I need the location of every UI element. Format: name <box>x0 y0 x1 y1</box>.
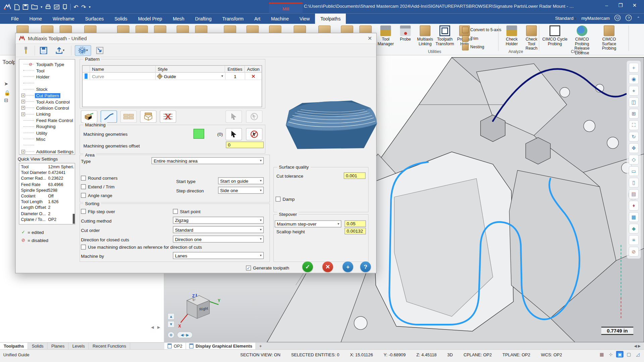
doc-tab-op2[interactable]: OP2 <box>164 343 186 349</box>
step-down-icon[interactable]: ▼ <box>168 321 175 328</box>
geometry-color-swatch[interactable] <box>194 129 204 138</box>
doc-tab-scroll[interactable]: ◀ ▶ <box>634 343 644 349</box>
tab-model-prep[interactable]: Model Prep <box>132 13 167 24</box>
add-curve-pattern-button[interactable] <box>101 110 117 123</box>
gnomon-toggle-icon[interactable]: ⊹ <box>607 351 614 358</box>
expander-icon[interactable]: + <box>21 149 25 153</box>
expander-icon[interactable]: + <box>21 106 25 110</box>
status-item[interactable]: TPLANE: OP2 <box>502 352 530 357</box>
flip-step-over-checkbox[interactable]: Flip step over <box>81 209 115 214</box>
status-item[interactable]: Y: -0.68909 <box>384 352 406 357</box>
panel-tab[interactable]: Levels <box>69 343 89 349</box>
ribbon-button[interactable]: CIMCO CycleProbing <box>542 24 568 46</box>
max-stepover-combo[interactable]: Maximum step-over▾ <box>275 221 341 228</box>
tab-mesh[interactable]: Mesh <box>167 13 190 24</box>
levels-icon[interactable]: ≡ <box>629 235 639 245</box>
export-dropdown-icon[interactable]: ▾ <box>63 48 64 52</box>
pan-view-icon[interactable]: ✥ <box>629 143 639 153</box>
expander-icon[interactable]: + <box>21 94 25 97</box>
customize-quick-access-icon[interactable]: ▾ <box>89 5 91 9</box>
tab-solids[interactable]: Solids <box>109 13 132 24</box>
open-dropdown-icon[interactable]: ▾ <box>41 5 42 9</box>
tool-display-icon[interactable] <box>20 45 31 56</box>
use-machining-direction-checkbox[interactable]: Use machining direction as reference for… <box>81 245 202 250</box>
ribbon-small-button[interactable]: Trim <box>462 35 479 42</box>
new-file-icon[interactable] <box>14 4 20 10</box>
damp-checkbox[interactable]: Damp <box>276 197 295 202</box>
tree-item[interactable]: + ⊘ Stock <box>19 86 75 93</box>
view-cube-toggle-icon[interactable]: ▾ <box>75 45 91 56</box>
start-type-combo[interactable]: Start on guide▾ <box>218 177 264 184</box>
viewsheet-active-icon[interactable]: ▣ <box>616 351 624 358</box>
view-cube-dropdown-icon[interactable]: ▾ <box>86 48 88 52</box>
tab-view[interactable]: View <box>294 13 315 24</box>
ribbon-button[interactable]: CheckHolder <box>502 24 521 46</box>
cut-tolerance-field[interactable]: 0.001 <box>344 172 366 179</box>
tab-drafting[interactable]: Drafting <box>190 13 217 24</box>
deselect-entities-button[interactable] <box>246 110 262 123</box>
top-view-icon[interactable]: ▭ <box>629 166 639 176</box>
tree-item[interactable]: + ⊘ Utility <box>19 130 75 136</box>
panel-tab[interactable]: Planes <box>48 343 69 349</box>
new-doc-tab-button[interactable]: + <box>256 343 265 349</box>
expander-icon[interactable]: + <box>21 112 25 116</box>
tab-transform[interactable]: Transform <box>217 13 249 24</box>
status-item[interactable]: CPLANE: OP2 <box>464 352 492 357</box>
style-selector[interactable]: Standard ▾ <box>555 15 576 20</box>
area-type-combo[interactable]: Entire machining area▾ <box>152 157 264 164</box>
fit-view-icon[interactable]: ⛶ <box>629 120 639 130</box>
tab-toolpaths[interactable]: Toolpaths <box>315 13 346 24</box>
add-geometry-icon[interactable]: ＋ <box>629 63 639 72</box>
export-parameters-icon[interactable]: ▾ <box>52 45 68 56</box>
settings-file-icon[interactable] <box>54 4 59 10</box>
add-operation-button[interactable]: + <box>342 261 353 272</box>
pattern-table[interactable]: Name Style Entities Action Curve Guide ▾… <box>82 65 262 107</box>
panel-tab[interactable]: Recent Functions <box>89 343 130 349</box>
ribbon-button[interactable]: Probe <box>396 24 415 41</box>
feedback-icon[interactable]: 🗨 <box>614 15 621 21</box>
view-gizmo[interactable]: Z Y X Right θ↑ <box>177 292 222 331</box>
status-item[interactable]: WCS: OP2 <box>541 352 562 357</box>
rotate-view-icon[interactable]: ↻ <box>629 132 639 141</box>
cutting-method-combo[interactable]: Zigzag▾ <box>173 217 264 224</box>
collapse-box-icon[interactable]: ⊟ <box>4 97 8 103</box>
round-corners-checkbox[interactable]: Round corners <box>81 176 117 181</box>
save-icon[interactable] <box>22 4 28 10</box>
tree-item[interactable]: + ⊘ <box>19 142 75 148</box>
open-file-icon[interactable] <box>31 4 38 10</box>
print-icon[interactable] <box>45 4 51 10</box>
tree-item[interactable]: + ⊘ Cut Pattern <box>19 92 75 99</box>
style-combo[interactable]: Guide ▾ <box>156 73 225 80</box>
dynamic-gnomon-icon[interactable]: ⌖ <box>629 86 639 96</box>
prev-next-icon[interactable]: ◀─▶ <box>177 331 193 338</box>
ribbon-small-button[interactable]: Convert to 5-axis <box>462 26 501 34</box>
help-button[interactable]: ? <box>360 261 371 272</box>
ribbon-small-button[interactable]: Nesting <box>462 43 484 51</box>
zoom-selected-icon[interactable] <box>62 4 67 10</box>
mymastercam-link[interactable]: myMastercam <box>581 15 610 20</box>
grid-toggle-icon[interactable]: ▦ <box>598 351 605 358</box>
tree-item[interactable]: + ⊘ Collision Control <box>19 105 75 111</box>
add-surface-pattern-button[interactable] <box>140 110 157 123</box>
tree-item[interactable]: + ⊘ Misc <box>19 136 75 142</box>
tab-home[interactable]: Home <box>24 13 47 24</box>
select-arrow-icon[interactable]: ➤ <box>4 81 8 86</box>
extend-trim-checkbox[interactable]: Extend / Trim <box>81 184 114 189</box>
add-lanes-pattern-button[interactable] <box>120 110 137 123</box>
help-icon[interactable]: ? <box>626 15 632 21</box>
lock-icon[interactable]: 🔒 <box>4 90 10 96</box>
cancel-button[interactable]: ✕ <box>322 261 333 272</box>
analyze-entity-icon[interactable]: ◉ <box>629 74 639 84</box>
cut-order-combo[interactable]: Standard▾ <box>173 226 264 233</box>
tree-item[interactable]: + ⊘ Toolpath Type <box>19 61 75 67</box>
minimize-button[interactable]: – <box>600 0 614 11</box>
isometric-view-icon[interactable]: ◇ <box>629 155 639 165</box>
undo-icon[interactable]: ↶ <box>73 4 78 10</box>
expander-icon[interactable]: + <box>21 100 25 104</box>
tree-item[interactable]: + ⊘ Tool Axis Control <box>19 99 75 105</box>
tab-wireframe[interactable]: Wireframe <box>47 13 80 24</box>
generate-toolpath-checkbox[interactable]: ✓Generate toolpath <box>246 265 289 270</box>
add-solid-pattern-button[interactable] <box>81 110 97 123</box>
shaded-display-icon[interactable]: ◆ <box>629 224 639 233</box>
step-up-icon[interactable]: ▲ <box>168 313 175 320</box>
